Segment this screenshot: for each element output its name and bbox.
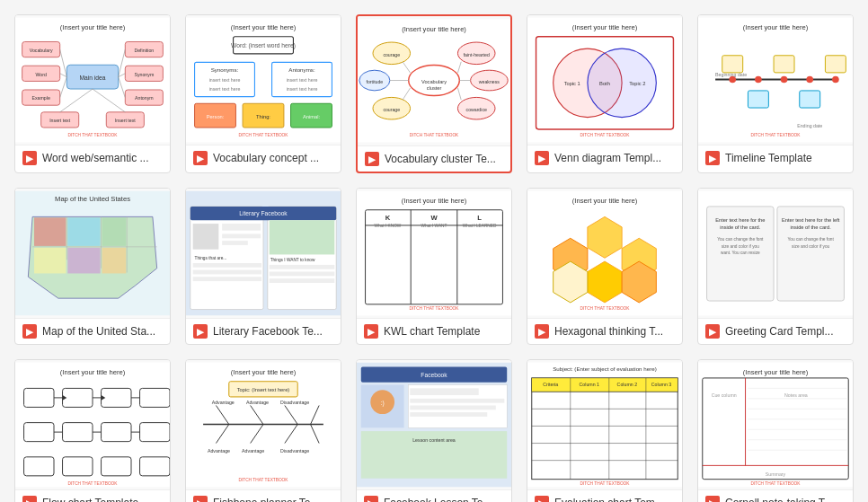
template-card-venn-diagram[interactable]: (Insert your title here) Topic 1 Topic 2… bbox=[527, 14, 683, 173]
svg-text:inside of the card.: inside of the card. bbox=[791, 225, 832, 230]
svg-rect-180 bbox=[63, 457, 93, 476]
template-card-kwl-chart[interactable]: (Insert your title here) K W L What I KN… bbox=[356, 188, 512, 345]
template-card-timeline[interactable]: (Insert your title here) DITCH THAT TEXT… bbox=[697, 14, 854, 173]
svg-text:inside of the card.: inside of the card. bbox=[720, 225, 761, 230]
card-thumbnail-kwl-chart: (Insert your title here) K W L What I KN… bbox=[357, 189, 511, 319]
svg-text:Column 2: Column 2 bbox=[617, 382, 638, 387]
template-card-us-map[interactable]: Map of the United States ▶ Ma bbox=[14, 188, 171, 345]
card-label-fishbone: ▶ Fishbone planner Te... bbox=[186, 490, 341, 502]
card-icon-timeline: ▶ bbox=[705, 151, 720, 165]
svg-text:Cue column: Cue column bbox=[712, 392, 737, 398]
svg-text:want. You can resize: want. You can resize bbox=[721, 251, 760, 255]
card-label-word-web: ▶ Word web/semantic ... bbox=[15, 145, 170, 171]
svg-text:Vocabulary: Vocabulary bbox=[421, 79, 447, 84]
svg-rect-126 bbox=[270, 278, 335, 283]
svg-text:cluster: cluster bbox=[427, 85, 442, 91]
template-card-word-web[interactable]: (Insert your title here) Main idea Vocab… bbox=[14, 14, 171, 173]
svg-text:insert text here: insert text here bbox=[209, 86, 241, 92]
card-title-evaluation-chart: Evaluation chart Tem... bbox=[554, 497, 664, 502]
card-title-us-map: Map of the United Sta... bbox=[42, 325, 155, 338]
svg-text:(Insert your title here): (Insert your title here) bbox=[231, 23, 297, 31]
svg-text:insert text here: insert text here bbox=[287, 77, 318, 83]
template-card-cornell[interactable]: (Insert your title here) Cue column Note… bbox=[697, 359, 854, 502]
svg-text:Definition: Definition bbox=[134, 48, 154, 53]
svg-rect-124 bbox=[270, 265, 335, 269]
svg-rect-93 bbox=[825, 56, 846, 73]
svg-text:What I KNOW: What I KNOW bbox=[374, 224, 401, 228]
svg-text:Both: Both bbox=[599, 81, 610, 86]
card-title-flow-chart: Flow chart Template bbox=[42, 497, 138, 502]
svg-rect-108 bbox=[102, 248, 127, 274]
svg-text:Topic: (Insert text here): Topic: (Insert text here) bbox=[237, 387, 290, 392]
svg-text:Summary: Summary bbox=[766, 471, 786, 477]
template-card-evaluation-chart[interactable]: Subject: (Enter subject of evaluation he… bbox=[527, 359, 683, 502]
card-label-greeting-card: ▶ Greeting Card Templ... bbox=[698, 319, 853, 344]
svg-rect-212 bbox=[410, 399, 504, 403]
svg-text:Facebook: Facebook bbox=[421, 372, 447, 378]
card-icon-fishbone: ▶ bbox=[193, 496, 208, 502]
svg-text:Advantage: Advantage bbox=[212, 400, 235, 405]
template-card-vocab-concept[interactable]: (Insert your title here) Word: (insert w… bbox=[185, 14, 341, 173]
svg-rect-120 bbox=[193, 270, 261, 275]
svg-text:Enter text here for the left: Enter text here for the left bbox=[782, 217, 840, 223]
svg-text:Ending date: Ending date bbox=[797, 123, 822, 128]
svg-text:DITCH THAT TEXTBOOK: DITCH THAT TEXTBOOK bbox=[410, 306, 460, 311]
card-label-vocab-cluster: ▶ Vocabulary cluster Te... bbox=[358, 146, 510, 172]
card-thumbnail-fishbone: (Insert your title here) Topic: (Insert … bbox=[186, 360, 341, 490]
svg-text:courage: courage bbox=[383, 107, 400, 112]
svg-rect-165 bbox=[102, 388, 131, 407]
svg-text:Thing:: Thing: bbox=[256, 114, 270, 119]
svg-rect-106 bbox=[34, 248, 66, 274]
card-icon-evaluation-chart: ▶ bbox=[535, 496, 549, 502]
svg-text:Word: (insert word here): Word: (insert word here) bbox=[231, 42, 296, 49]
template-card-vocab-cluster[interactable]: (Insert your title here) Vocabulary clus… bbox=[356, 14, 512, 173]
svg-text:Synonym: Synonym bbox=[134, 72, 155, 77]
svg-rect-182 bbox=[140, 457, 170, 476]
template-card-literary-facebook[interactable]: Literary Facebook Things that are... Thi… bbox=[185, 188, 341, 345]
svg-text:Insert text: Insert text bbox=[49, 118, 71, 123]
card-thumbnail-vocab-concept: (Insert your title here) Word: (insert w… bbox=[186, 15, 341, 145]
card-thumbnail-us-map: Map of the United States bbox=[15, 189, 170, 319]
card-label-vocab-concept: ▶ Vocabulary concept ... bbox=[186, 145, 341, 171]
template-card-fishbone[interactable]: (Insert your title here) Topic: (Insert … bbox=[185, 359, 341, 502]
svg-text:DITCH THAT TEXTBOOK: DITCH THAT TEXTBOOK bbox=[239, 478, 289, 482]
card-thumbnail-facebook-lesson: Facebook :) Lesson content area bbox=[357, 360, 511, 490]
svg-text:K: K bbox=[385, 214, 391, 222]
card-icon-literary-facebook: ▶ bbox=[193, 324, 208, 339]
svg-text:DITCH THAT TEXTBOOK: DITCH THAT TEXTBOOK bbox=[68, 481, 119, 486]
svg-rect-214 bbox=[410, 412, 487, 417]
card-thumbnail-literary-facebook: Literary Facebook Things that are... Thi… bbox=[186, 189, 341, 319]
template-card-greeting-card[interactable]: Enter text here for the inside of the ca… bbox=[697, 188, 854, 345]
card-thumbnail-word-web: (Insert your title here) Main idea Vocab… bbox=[15, 15, 170, 145]
card-title-vocab-cluster: Vocabulary cluster Te... bbox=[385, 153, 496, 165]
svg-text:Topic 2: Topic 2 bbox=[629, 81, 645, 86]
svg-text:Advantage: Advantage bbox=[242, 448, 264, 454]
card-title-cornell: Cornell note-taking T... bbox=[725, 497, 833, 502]
card-icon-us-map: ▶ bbox=[22, 324, 37, 339]
svg-rect-89 bbox=[722, 56, 743, 73]
svg-text:You can change the font: You can change the font bbox=[717, 237, 764, 242]
svg-text:Column 3: Column 3 bbox=[651, 382, 672, 387]
svg-text:You can change the font: You can change the font bbox=[788, 237, 835, 242]
template-card-flow-chart[interactable]: (Insert your title here) bbox=[14, 359, 171, 502]
card-thumbnail-flow-chart: (Insert your title here) bbox=[15, 360, 170, 490]
card-title-greeting-card: Greeting Card Templ... bbox=[725, 325, 834, 338]
card-title-venn-diagram: Venn diagram Templ... bbox=[554, 152, 661, 164]
svg-rect-175 bbox=[140, 423, 170, 442]
svg-rect-115 bbox=[222, 224, 261, 231]
card-title-vocab-concept: Vocabulary concept ... bbox=[213, 152, 319, 164]
template-card-facebook-lesson[interactable]: Facebook :) Lesson content area ▶ Facebo… bbox=[356, 359, 512, 502]
svg-text:Subject: (Enter subject of eva: Subject: (Enter subject of evaluation he… bbox=[553, 365, 657, 372]
svg-rect-174 bbox=[102, 423, 131, 442]
template-card-hexagonal[interactable]: (Insert your title here) DITCH THAT TEXT… bbox=[527, 188, 683, 345]
svg-text:Person:: Person: bbox=[207, 114, 225, 119]
svg-text:DITCH THAT TEXTBOOK: DITCH THAT TEXTBOOK bbox=[239, 133, 289, 137]
svg-rect-90 bbox=[748, 91, 768, 108]
svg-text:(Insert your title here): (Insert your title here) bbox=[743, 23, 809, 31]
card-title-kwl-chart: KWL chart Template bbox=[384, 325, 480, 338]
card-title-facebook-lesson: Facebook Lesson Te... bbox=[384, 497, 492, 502]
card-title-word-web: Word web/semantic ... bbox=[42, 152, 149, 164]
svg-text:Disadvantage: Disadvantage bbox=[280, 400, 309, 405]
svg-text:faint-hearted: faint-hearted bbox=[464, 52, 490, 57]
svg-text:Things I WANT to know: Things I WANT to know bbox=[270, 258, 315, 262]
